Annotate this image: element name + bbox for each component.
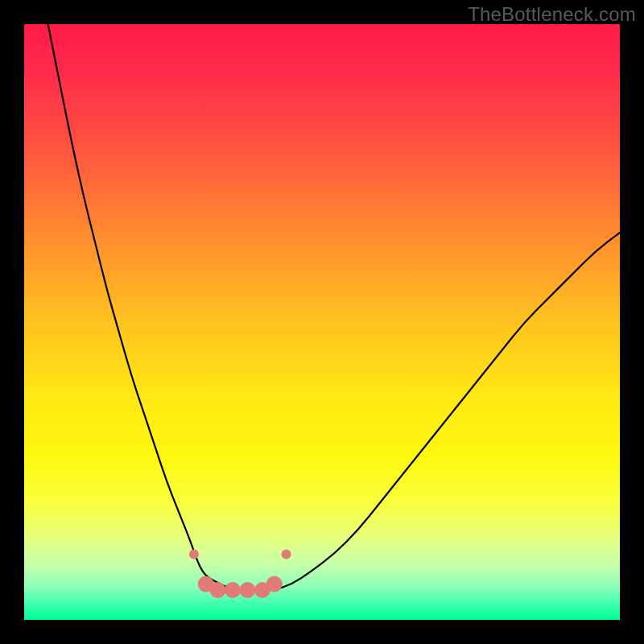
chart-svg bbox=[24, 24, 620, 620]
valley-marker bbox=[266, 576, 283, 592]
watermark-text: TheBottleneck.com bbox=[468, 3, 636, 26]
chart-frame: TheBottleneck.com bbox=[0, 0, 644, 644]
plot-area bbox=[24, 24, 620, 620]
valley-marker bbox=[240, 582, 256, 598]
gradient-background bbox=[24, 24, 620, 620]
valley-marker bbox=[189, 550, 199, 559]
valley-marker bbox=[225, 582, 241, 598]
valley-marker bbox=[282, 550, 291, 559]
valley-marker bbox=[210, 582, 226, 598]
